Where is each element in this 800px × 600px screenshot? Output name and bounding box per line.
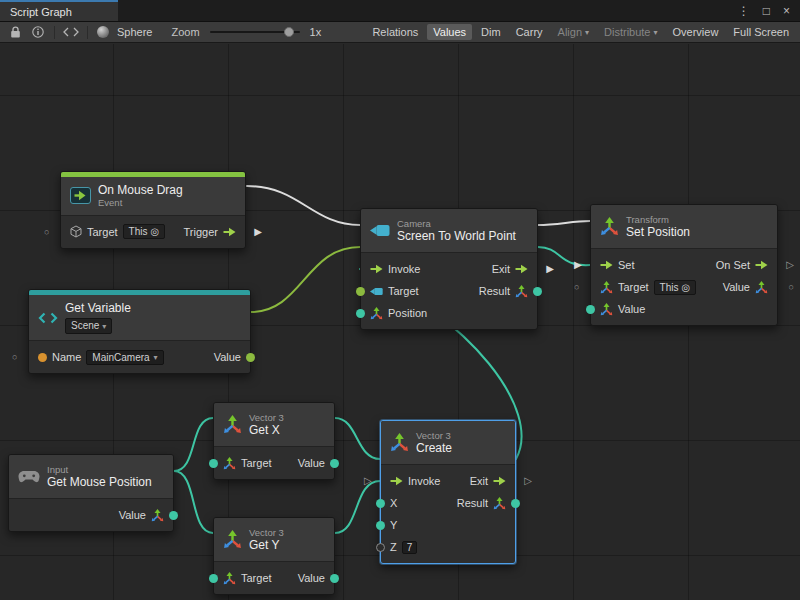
wire-exit-to-set[interactable] bbox=[538, 221, 590, 225]
node-title: Set Position bbox=[626, 225, 690, 239]
info-icon[interactable] bbox=[28, 24, 48, 41]
graph-canvas[interactable]: On Mouse Drag Event ○ Target This ◎ Trig… bbox=[0, 44, 800, 600]
zoom-slider-knob[interactable] bbox=[284, 27, 294, 37]
port-label-result: Result bbox=[457, 497, 488, 509]
port-label-value: Value bbox=[298, 457, 325, 469]
variable-name-dropdown[interactable]: MainCamera ▾ bbox=[86, 350, 163, 365]
separator bbox=[54, 26, 55, 39]
port-value-out[interactable]: ○ bbox=[789, 283, 794, 292]
port-name-in[interactable] bbox=[38, 353, 47, 362]
port-value-out[interactable] bbox=[330, 574, 339, 583]
wire-mouse-to-getx[interactable] bbox=[174, 418, 213, 471]
port-invoke-in[interactable]: ▷ bbox=[364, 476, 372, 486]
full-screen-button[interactable]: Full Screen bbox=[727, 24, 795, 40]
port-row: Z 7 bbox=[381, 536, 515, 558]
node-on-mouse-drag[interactable]: On Mouse Drag Event ○ Target This ◎ Trig… bbox=[60, 171, 246, 249]
z-value-field[interactable]: 7 bbox=[402, 541, 418, 554]
port-trigger-out[interactable]: ▶ bbox=[254, 227, 262, 237]
this-chip-label: This bbox=[660, 282, 679, 293]
port-label-trigger: Trigger bbox=[184, 226, 218, 238]
flow-out-icon bbox=[755, 260, 768, 270]
port-x-in[interactable] bbox=[376, 499, 385, 508]
flow-in-icon bbox=[390, 476, 403, 486]
flow-in-icon[interactable] bbox=[370, 264, 383, 274]
gamepad-icon bbox=[18, 470, 40, 483]
port-target-indicator[interactable]: ○ bbox=[574, 283, 579, 292]
wire-getx-to-create-x[interactable] bbox=[335, 418, 380, 459]
this-chip[interactable]: This ◎ bbox=[654, 280, 697, 295]
variable-scope-dropdown[interactable]: Scene ▾ bbox=[65, 318, 112, 334]
values-button[interactable]: Values bbox=[427, 24, 472, 40]
chevron-down-icon: ▾ bbox=[154, 353, 158, 362]
port-z-in[interactable] bbox=[376, 543, 385, 552]
port-result-out[interactable] bbox=[533, 287, 542, 296]
port-position-in[interactable] bbox=[356, 309, 365, 318]
distribute-button[interactable]: Distribute▾ bbox=[598, 24, 663, 40]
port-set-in[interactable]: ▶ bbox=[574, 260, 582, 270]
wire-mouse-to-gety[interactable] bbox=[174, 471, 213, 533]
vector3-icon bbox=[600, 281, 613, 294]
port-target-in[interactable] bbox=[209, 459, 218, 468]
port-value-out[interactable] bbox=[330, 459, 339, 468]
flow-out-icon bbox=[223, 227, 236, 237]
port-value-in[interactable] bbox=[586, 305, 595, 314]
code-icon[interactable] bbox=[61, 24, 81, 41]
chevron-down-icon: ▾ bbox=[102, 322, 106, 332]
port-label-y: Y bbox=[390, 519, 397, 531]
node-get-y[interactable]: Vector 3 Get Y Target Value bbox=[213, 517, 335, 595]
node-get-variable[interactable]: Get Variable Scene ▾ ○ Name MainCamera ▾… bbox=[28, 289, 251, 374]
wire-gety-to-create-y[interactable] bbox=[335, 481, 380, 533]
port-label-value: Value bbox=[119, 509, 146, 521]
port-label-invoke: Invoke bbox=[408, 475, 440, 487]
node-screen-to-world-point[interactable]: Camera Screen To World Point Invoke Exit… bbox=[360, 208, 538, 330]
vector3-icon bbox=[223, 457, 236, 470]
port-target-in[interactable] bbox=[356, 287, 365, 296]
port-label-value-in: Value bbox=[618, 303, 645, 315]
node-header: Input Get Mouse Position bbox=[9, 455, 173, 499]
node-get-x[interactable]: Vector 3 Get X Target Value bbox=[213, 402, 335, 480]
wire-variable-to-target[interactable] bbox=[251, 247, 360, 312]
node-title: Screen To World Point bbox=[397, 229, 516, 243]
port-label-target: Target bbox=[87, 226, 118, 238]
port-result-out[interactable] bbox=[511, 499, 520, 508]
wire-trigger-to-invoke[interactable] bbox=[247, 186, 360, 225]
relations-button[interactable]: Relations bbox=[366, 24, 424, 40]
port-exit-out[interactable]: ▷ bbox=[524, 476, 532, 486]
port-label-exit: Exit bbox=[470, 475, 488, 487]
lock-icon[interactable] bbox=[5, 24, 25, 41]
port-target-in[interactable]: ○ bbox=[44, 227, 49, 236]
dim-button[interactable]: Dim bbox=[475, 24, 507, 40]
port-on-set-out[interactable]: ▷ bbox=[786, 260, 794, 270]
node-set-position[interactable]: Transform Set Position ▶ Set On Set ▷ ○ … bbox=[590, 204, 778, 326]
zoom-value: 1x bbox=[310, 26, 322, 38]
tab-script-graph[interactable]: Script Graph bbox=[0, 0, 118, 21]
zoom-slider[interactable] bbox=[210, 31, 300, 33]
vector3-icon bbox=[223, 572, 236, 585]
overview-button[interactable]: Overview bbox=[667, 24, 725, 40]
node-title: Get Mouse Position bbox=[47, 475, 152, 489]
align-label: Align bbox=[558, 26, 582, 38]
port-label-z: Z bbox=[390, 541, 397, 553]
port-row: Y bbox=[381, 514, 515, 536]
node-header: Vector 3 Get X bbox=[214, 403, 334, 447]
close-icon[interactable]: × bbox=[783, 4, 790, 18]
separator bbox=[87, 26, 88, 39]
port-target-in[interactable] bbox=[209, 574, 218, 583]
carry-button[interactable]: Carry bbox=[510, 24, 549, 40]
port-value-out[interactable] bbox=[169, 511, 178, 520]
port-exit-out[interactable]: ▶ bbox=[546, 264, 554, 274]
maximize-icon[interactable]: □ bbox=[763, 4, 770, 18]
dim-label: Dim bbox=[481, 26, 501, 38]
port-value-out[interactable] bbox=[246, 353, 255, 362]
node-vector3-create[interactable]: Vector 3 Create ▷ Invoke Exit ▷ X Result bbox=[380, 420, 516, 564]
event-icon bbox=[70, 187, 91, 204]
window-menu-icon[interactable]: ⋮ bbox=[738, 4, 750, 18]
node-get-mouse-position[interactable]: Input Get Mouse Position Value bbox=[8, 454, 174, 532]
port-name-indicator[interactable]: ○ bbox=[12, 353, 17, 362]
toolbar-target-name[interactable]: Sphere bbox=[117, 26, 152, 38]
port-y-in[interactable] bbox=[376, 521, 385, 530]
carry-label: Carry bbox=[516, 26, 543, 38]
align-button[interactable]: Align▾ bbox=[552, 24, 595, 40]
this-chip[interactable]: This ◎ bbox=[123, 224, 166, 239]
port-row: ○ Target This ◎ Value ○ bbox=[591, 276, 777, 298]
